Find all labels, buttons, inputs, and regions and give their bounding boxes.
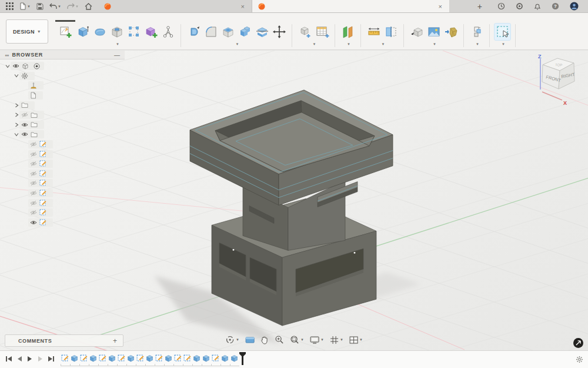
eye-off-icon[interactable]	[30, 200, 37, 206]
split-body-button[interactable]	[254, 24, 270, 40]
create-sketch-button[interactable]	[58, 24, 74, 40]
chevron-right-icon[interactable]	[15, 112, 19, 117]
eye-off-icon[interactable]	[30, 190, 37, 196]
browser-row[interactable]	[0, 91, 125, 101]
document-tab[interactable]: ×	[98, 0, 252, 12]
extrude-button[interactable]	[75, 24, 91, 40]
browser-row[interactable]	[0, 100, 125, 110]
timeline-settings-button[interactable]	[576, 355, 583, 366]
model-tray[interactable]	[190, 90, 393, 205]
close-icon[interactable]: ×	[239, 3, 245, 10]
play-button[interactable]	[26, 354, 34, 363]
timeline-extrude-feature[interactable]	[69, 353, 79, 363]
group-dropdown[interactable]: ▼	[345, 42, 350, 46]
browser-row[interactable]	[0, 81, 125, 91]
press-pull-button[interactable]	[186, 24, 202, 40]
eye-off-icon[interactable]	[30, 161, 37, 167]
eye-off-icon[interactable]	[30, 171, 37, 177]
primitive-button[interactable]	[143, 24, 159, 40]
fillet-button[interactable]	[203, 24, 219, 40]
move-button[interactable]	[271, 24, 287, 40]
close-icon[interactable]: ×	[437, 3, 443, 10]
go-to-start-button[interactable]	[5, 354, 13, 363]
clock-button[interactable]	[495, 1, 507, 11]
browser-row[interactable]	[0, 130, 125, 140]
group-dropdown[interactable]: ▼	[431, 42, 436, 46]
app-grid-button[interactable]	[4, 1, 16, 11]
section-analysis-button[interactable]	[383, 24, 399, 40]
group-dropdown[interactable]: ▼	[474, 42, 479, 46]
timeline-extrude-feature[interactable]	[192, 353, 201, 363]
chevron-right-icon[interactable]	[15, 103, 19, 108]
eye-on-icon[interactable]	[30, 220, 37, 226]
collapse-panel-button[interactable]: —	[114, 52, 120, 58]
browser-row[interactable]	[0, 208, 125, 218]
browser-row[interactable]	[0, 71, 125, 81]
pipe-button[interactable]	[160, 24, 176, 40]
eye-on-icon[interactable]	[21, 122, 28, 128]
ribbon-tab-sheet-metal[interactable]	[115, 13, 135, 22]
browser-row[interactable]	[0, 159, 125, 169]
timeline-sketch-feature[interactable]	[98, 353, 107, 363]
timeline-extrude-feature[interactable]	[107, 353, 116, 363]
chevron-down-icon[interactable]	[14, 74, 19, 78]
grid-settings-button[interactable]: ▼	[328, 334, 345, 346]
eye-off-icon[interactable]	[21, 112, 28, 118]
document-tab[interactable]: ×	[252, 0, 449, 12]
timeline-extrude-feature[interactable]	[126, 353, 135, 363]
combine-button[interactable]	[237, 24, 253, 40]
timeline-extrude-feature[interactable]	[163, 353, 173, 363]
timeline-extrude-feature[interactable]	[229, 353, 239, 363]
comments-bar[interactable]: COMMENTS +	[5, 334, 123, 347]
add-comment-button[interactable]: +	[113, 337, 117, 345]
redo-button[interactable]: ▼	[65, 2, 81, 11]
file-button[interactable]: ▼	[17, 1, 33, 11]
timeline-extrude-feature[interactable]	[88, 353, 98, 363]
browser-row[interactable]	[0, 218, 125, 228]
notifications-button[interactable]	[532, 1, 543, 11]
browser-row[interactable]	[0, 149, 125, 159]
group-dropdown[interactable]: ▼	[233, 42, 239, 46]
configuration-button[interactable]	[297, 24, 313, 40]
hole-button[interactable]	[109, 24, 125, 40]
eye-on-icon[interactable]	[12, 63, 19, 69]
ribbon-tab-plastic[interactable]	[135, 13, 155, 22]
measure-button[interactable]	[366, 24, 382, 40]
configuration-table-button[interactable]	[314, 24, 330, 40]
browser-row[interactable]	[0, 110, 125, 120]
insert-derive-button[interactable]	[409, 24, 425, 40]
browser-row[interactable]	[0, 188, 125, 198]
ribbon-tab-solid[interactable]	[55, 13, 75, 22]
activate-icon[interactable]	[34, 63, 40, 69]
ribbon-tab-utilities[interactable]	[155, 13, 175, 22]
browser-row[interactable]	[0, 140, 125, 150]
insert-mesh-button[interactable]	[443, 24, 459, 40]
group-dropdown[interactable]: ▼	[500, 42, 505, 46]
group-dropdown[interactable]: ▼	[310, 42, 316, 46]
shell-button[interactable]	[220, 24, 236, 40]
group-dropdown[interactable]: ▼	[379, 42, 385, 46]
assistant-badge[interactable]	[573, 338, 583, 348]
group-dropdown[interactable]: ▼	[114, 42, 119, 46]
step-forward-button[interactable]	[36, 354, 45, 363]
display-settings-button[interactable]: ▼	[308, 334, 326, 345]
home-button[interactable]	[82, 2, 95, 11]
timeline-extrude-feature[interactable]	[145, 353, 154, 363]
step-back-button[interactable]	[15, 354, 24, 363]
pan-button[interactable]	[259, 334, 270, 346]
timeline-sketch-feature[interactable]	[116, 353, 126, 363]
browser-header[interactable]: ●● BROWSER —	[0, 51, 125, 59]
timeline-extrude-feature[interactable]	[220, 353, 229, 363]
eye-off-icon[interactable]	[30, 151, 37, 157]
chevron-down-icon[interactable]	[14, 132, 19, 137]
timeline-sketch-feature[interactable]	[173, 353, 182, 363]
browser-row[interactable]	[0, 198, 125, 208]
browser-row[interactable]	[0, 178, 125, 188]
timeline-sketch-feature[interactable]	[60, 353, 69, 363]
go-to-end-button[interactable]	[47, 354, 55, 363]
form-button[interactable]	[92, 24, 108, 40]
undo-button[interactable]: ▼	[47, 2, 64, 11]
viewport-canvas[interactable]: ●● BROWSER —	[0, 51, 588, 350]
browser-row[interactable]	[0, 61, 125, 71]
timeline-sketch-feature[interactable]	[182, 353, 192, 363]
